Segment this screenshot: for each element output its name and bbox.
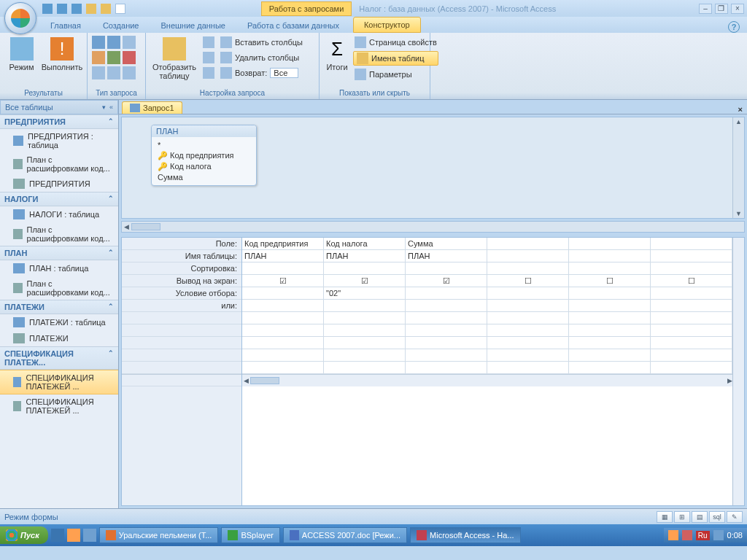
datadef-icon[interactable] (123, 66, 136, 79)
nav-item[interactable]: ПЛАТЕЖИ : таблица (0, 314, 118, 330)
minimize-button[interactable]: – (699, 4, 712, 14)
grid-cell[interactable] (487, 300, 569, 311)
restore-button[interactable]: ❐ (715, 4, 728, 14)
grid-cell[interactable] (242, 262, 324, 274)
grid-cell[interactable] (651, 287, 732, 299)
scrollbar-vertical[interactable] (732, 117, 744, 218)
union-query-icon[interactable] (92, 66, 105, 79)
grid-cell[interactable] (487, 250, 569, 262)
insert-cols-button[interactable]: Вставить столбцы (219, 36, 304, 49)
taskbar-item[interactable]: ACCESS 2007.doc [Режи... (283, 527, 407, 543)
builder-button[interactable] (201, 66, 216, 79)
view-button[interactable]: Режим (4, 36, 39, 73)
grid-cell[interactable] (242, 287, 324, 299)
quicklaunch-icon[interactable] (83, 529, 96, 542)
grid-cell[interactable] (324, 262, 406, 274)
nav-group-platezhi[interactable]: ПЛАТЕЖИ⌃ (0, 300, 118, 314)
grid-cell[interactable] (569, 300, 651, 311)
grid-cell[interactable]: ПЛАН (242, 250, 324, 262)
totals-button[interactable]: ΣИтоги (324, 36, 350, 73)
nav-group-nalogi[interactable]: НАЛОГИ⌃ (0, 192, 118, 206)
grid-cell[interactable] (651, 262, 732, 274)
taskbar-item[interactable]: Уральские пельмени (Т... (99, 527, 219, 543)
office-button[interactable] (4, 2, 36, 34)
grid-cell[interactable] (651, 238, 732, 249)
taskbar-item[interactable]: Microsoft Access - На... (410, 527, 521, 543)
tray-icon[interactable] (682, 530, 692, 540)
scrollbar-horizontal[interactable]: ◀ (121, 221, 745, 233)
navpane-header[interactable]: Все таблицы▾ « (0, 100, 118, 114)
tray-icon[interactable] (713, 530, 724, 540)
grid-cell[interactable] (651, 250, 732, 262)
qat-save-icon[interactable] (42, 4, 53, 14)
grid-checkbox[interactable]: ☑ (242, 275, 324, 287)
grid-hscroll[interactable]: ◀▶ (242, 374, 732, 386)
qat-folder-icon[interactable] (101, 4, 111, 14)
grid-cell[interactable]: Сумма (406, 238, 487, 249)
property-sheet-button[interactable]: Страница свойств (353, 36, 438, 49)
nav-item[interactable]: План с расшифровками код... (0, 276, 118, 300)
help-icon[interactable]: ? (728, 21, 740, 33)
return-combo[interactable]: Возврат: Все (219, 66, 304, 79)
clock[interactable]: 0:08 (727, 531, 743, 540)
qat-undo-icon[interactable] (57, 4, 67, 14)
select-query-icon[interactable] (92, 36, 105, 49)
nav-group-predpriyatiya[interactable]: ПРЕДПРИЯТИЯ⌃ (0, 114, 118, 129)
tray-icon[interactable] (668, 530, 678, 540)
qat-open-icon[interactable] (86, 4, 96, 14)
grid-cell[interactable] (487, 287, 569, 299)
document-tab[interactable]: Запрос1 (122, 101, 182, 114)
nav-item[interactable]: ПРЕДПРИЯТИЯ (0, 176, 118, 192)
grid-checkbox[interactable]: ☐ (569, 275, 651, 287)
grid-checkbox[interactable]: ☑ (406, 275, 487, 287)
quicklaunch-icon[interactable] (67, 529, 80, 542)
nav-item[interactable]: СПЕЦИФИКАЦИЯ ПЛАТЕЖЕЙ ... (0, 370, 118, 394)
grid-checkbox[interactable]: ☑ (324, 275, 406, 287)
grid-cell[interactable] (406, 262, 487, 274)
nav-item[interactable]: ПЛАТЕЖИ (0, 330, 118, 346)
grid-cell[interactable] (569, 250, 651, 262)
crosstab-query-icon[interactable] (107, 36, 120, 49)
nav-item[interactable]: План с расшифровками код... (0, 222, 118, 246)
grid-cell[interactable]: ПЛАН (324, 250, 406, 262)
field-item[interactable]: 🔑 Код предприятия (158, 150, 250, 161)
grid-cell[interactable] (569, 262, 651, 274)
view-pivot-icon[interactable]: ⊞ (674, 511, 690, 523)
parameters-button[interactable]: Параметры (353, 68, 438, 81)
tab-design[interactable]: Конструктор (353, 17, 421, 33)
view-datasheet-icon[interactable]: ▦ (657, 511, 673, 523)
grid-cell[interactable] (569, 238, 651, 249)
insert-rows-button[interactable] (201, 36, 216, 49)
nav-item[interactable]: ПРЕДПРИЯТИЯ : таблица (0, 129, 118, 152)
language-indicator[interactable]: Ru (696, 531, 710, 540)
qat-redo-icon[interactable] (71, 4, 82, 14)
field-star[interactable]: * (158, 140, 250, 150)
relationship-pane[interactable]: ПЛАН * 🔑 Код предприятия 🔑 Код налога Су… (121, 117, 745, 219)
tab-dbtools[interactable]: Работа с базами данных (236, 18, 350, 33)
nav-item[interactable]: План с расшифровками код... (0, 152, 118, 176)
grid-cell[interactable] (487, 262, 569, 274)
view-sql-icon[interactable]: sql (709, 511, 725, 523)
append-query-icon[interactable] (107, 51, 120, 64)
grid-cell[interactable]: ПЛАН (406, 250, 487, 262)
start-button[interactable]: Пуск (0, 526, 48, 544)
show-table-button[interactable]: Отобразить таблицу (150, 36, 198, 82)
field-item[interactable]: Сумма (158, 172, 250, 182)
grid-checkbox[interactable]: ☐ (487, 275, 569, 287)
grid-cell[interactable] (651, 300, 732, 311)
grid-cell[interactable] (406, 287, 487, 299)
grid-cell[interactable]: "02" (324, 287, 406, 299)
update-query-icon[interactable] (92, 51, 105, 64)
nav-item[interactable]: НАЛОГИ : таблица (0, 206, 118, 222)
table-names-button[interactable]: Имена таблиц (353, 51, 438, 66)
grid-vscroll[interactable] (732, 238, 744, 505)
delete-cols-button[interactable]: Удалить столбцы (219, 51, 304, 64)
grid-cell[interactable] (324, 300, 406, 311)
nav-item[interactable]: ПЛАН : таблица (0, 260, 118, 276)
tab-create[interactable]: Создание (92, 18, 150, 33)
delete-query-icon[interactable] (123, 51, 136, 64)
view-design-icon[interactable]: ✎ (727, 511, 743, 523)
grid-cell[interactable] (406, 300, 487, 311)
nav-group-spec[interactable]: СПЕЦИФИКАЦИЯ ПЛАТЕЖ...⌃ (0, 346, 118, 370)
grid-cell[interactable] (487, 238, 569, 249)
